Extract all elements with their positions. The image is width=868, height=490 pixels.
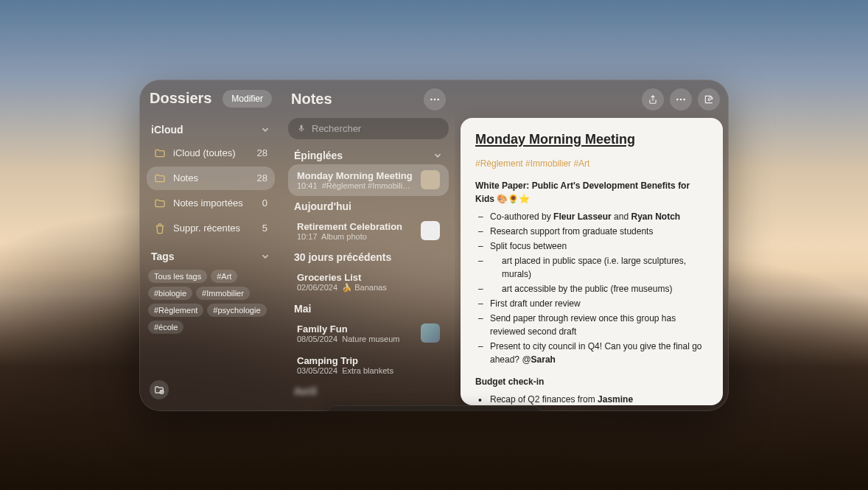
share-icon [648, 94, 658, 105]
folder-icon [154, 172, 166, 184]
editor: Monday Morning Meeting #Règlement #Immob… [455, 80, 729, 411]
svg-point-7 [683, 98, 685, 100]
notes-list: Notes Épinglées Monday Morning Meeting 1… [282, 80, 455, 411]
svg-point-2 [434, 98, 436, 100]
tags-header[interactable]: Tags [147, 248, 275, 265]
group-may: Mai [288, 298, 449, 318]
note-item[interactable]: Groceries List 02/06/2024 🍌 Bananas [288, 266, 449, 298]
chevron-down-icon [433, 150, 443, 161]
budget-list: Recap of Q2 finances from Jasmine Discus… [475, 393, 708, 405]
svg-point-6 [680, 98, 682, 100]
share-button[interactable] [642, 88, 664, 111]
note-item[interactable]: Retirement Celebration 10:17 Album photo [288, 215, 449, 247]
tag-chip[interactable]: #psychologie [207, 304, 266, 317]
folder-notes[interactable]: Notes 28 [147, 167, 275, 190]
tag-chip[interactable]: #Art [211, 270, 237, 283]
note-thumbnail [421, 221, 440, 240]
group-april: Avril [288, 381, 449, 400]
svg-point-1 [430, 98, 433, 100]
ellipsis-icon [675, 94, 687, 105]
group-30days: 30 jours précédents [288, 247, 449, 266]
notes-window: Dossiers Modifier iCloud iCloud (toutes)… [139, 80, 729, 411]
tag-chip[interactable]: Tous les tags [148, 270, 207, 283]
microphone-icon [297, 124, 306, 133]
editor-more-button[interactable] [670, 88, 692, 111]
modify-button[interactable]: Modifier [223, 90, 272, 108]
chevron-down-icon [260, 251, 270, 262]
account-header[interactable]: iCloud [147, 121, 275, 139]
note-count: 28 notes [288, 400, 449, 404]
sidebar-title: Dossiers [150, 90, 212, 107]
svg-rect-4 [301, 125, 303, 130]
folder-imported[interactable]: Notes importées 0 [147, 192, 275, 215]
folder-icon [154, 147, 166, 159]
tag-chip[interactable]: #école [148, 321, 183, 334]
sidebar: Dossiers Modifier iCloud iCloud (toutes)… [139, 80, 282, 411]
group-pinned[interactable]: Épinglées [288, 145, 449, 164]
note-tags: #Règlement #Immobilier #Art [475, 157, 708, 170]
compose-icon [704, 94, 714, 105]
tags-label: Tags [151, 251, 175, 262]
tag-chip[interactable]: #Règlement [148, 304, 203, 317]
note-thumbnail [421, 170, 440, 189]
wp-list: Co-authored by Fleur Lasseur and Ryan No… [475, 210, 708, 366]
compose-button[interactable] [698, 88, 720, 111]
note-item[interactable]: Monday Morning Meeting 10:41 #Règlement … [288, 164, 449, 196]
note-title: Monday Morning Meeting [475, 130, 708, 150]
svg-point-5 [676, 98, 679, 100]
note-body[interactable]: Monday Morning Meeting #Règlement #Immob… [461, 118, 723, 405]
ellipsis-icon [429, 94, 441, 105]
folder-trash[interactable]: Suppr. récentes 5 [147, 217, 275, 240]
new-folder-button[interactable] [150, 380, 169, 399]
note-item[interactable]: Family Fun 08/05/2024 Nature museum [288, 318, 449, 349]
folder-plus-icon [154, 385, 164, 395]
list-more-button[interactable] [424, 88, 446, 111]
search-bar[interactable] [288, 118, 449, 139]
note-item[interactable]: Camping Trip 03/05/2024 Extra blankets [288, 349, 449, 381]
format-toolbar: Aa [324, 405, 545, 411]
note-thumbnail [421, 323, 440, 343]
svg-point-3 [437, 98, 439, 100]
tag-chip[interactable]: #biologie [148, 287, 192, 300]
folder-icloud-all[interactable]: iCloud (toutes) 28 [147, 141, 275, 165]
chevron-down-icon [260, 125, 270, 135]
budget-heading: Budget check-in [475, 375, 708, 388]
folder-icon [154, 197, 166, 209]
trash-icon [154, 223, 166, 234]
wp-heading: White Paper: Public Art's Development Be… [475, 179, 708, 206]
account-label: iCloud [151, 124, 183, 136]
tags-container: Tous les tags #Art #biologie #Immobilier… [147, 268, 275, 335]
search-input[interactable] [312, 123, 440, 134]
list-title: Notes [291, 91, 332, 108]
tag-chip[interactable]: #Immobilier [196, 287, 250, 300]
group-today: Aujourd'hui [288, 196, 449, 215]
